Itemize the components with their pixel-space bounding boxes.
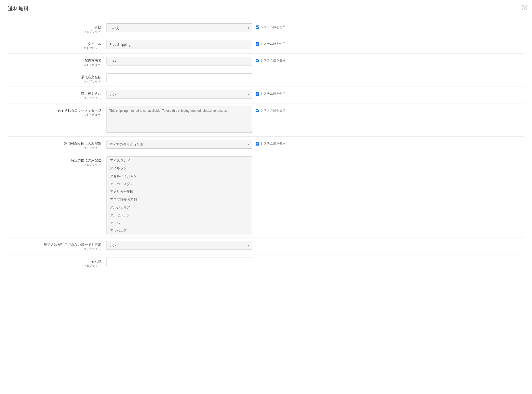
label-sub-min_order: [ウェブサイト] [8,80,101,83]
label-sub-sort_order: [ウェブサイト] [8,264,101,268]
label-cell-title: タイトル[ストアビュー] [8,40,107,50]
input-cell-title [107,40,252,49]
select-include_tax[interactable]: はいいいえ [107,90,252,99]
system-value-wrapper-error_message: システム値を使用 [256,108,285,113]
select-wrapper-show_if_not_available: はいいいえ▼ [107,241,252,250]
input-min_order[interactable] [107,73,252,82]
label-sub-title: [ストアビュー] [8,46,101,50]
system-value-cell-include_tax: システム値を使用 [252,90,299,96]
input-cell-error_message [107,107,252,133]
system-value-checkbox-enabled[interactable] [256,25,259,29]
textarea-error_message[interactable] [107,107,252,133]
select-wrapper-enabled: はいいいえ▼ [107,23,252,32]
system-value-label-enabled: システム値を使用 [261,25,285,29]
system-value-label-include_tax: システム値を使用 [261,91,285,96]
system-value-checkbox-title[interactable] [256,42,259,46]
form-row-error_message: 表示されるエラーメッセージ[ストアビュー]システム値を使用 [8,103,524,136]
label-main-ship_to_specific: 特定の国にのみ配送 [8,158,101,163]
input-cell-ship_to_specific: アイスランドアイルランドアゼルバイジャンアフガニスタンアメリカ合衆国アラブ首長国… [107,156,252,234]
label-cell-enabled: 有効[ウェブサイト] [8,23,107,34]
select-wrapper-include_tax: はいいいえ▼ [107,90,252,99]
system-value-checkbox-ship_to_allowed[interactable] [256,142,259,146]
label-main-sort_order: 表示順 [8,259,101,264]
label-cell-include_tax: 額に税を含む[ウェブサイト] [8,90,107,100]
system-value-label-error_message: システム値を使用 [261,108,285,113]
page-wrapper: 送料無料 ↻ 有効[ウェブサイト]はいいいえ▼システム値を使用タイトル[ストアビ… [0,0,532,276]
label-main-min_order: 最低注文金額 [8,75,101,80]
system-value-label-ship_to_allowed: システム値を使用 [261,141,285,146]
system-value-wrapper-enabled: システム値を使用 [256,25,285,29]
system-value-cell-enabled: システム値を使用 [252,23,299,29]
label-sub-show_if_not_available: [ウェブサイト] [8,247,101,251]
label-cell-ship_to_specific: 特定の国にのみ配送[ウェブサイト] [8,156,107,167]
system-value-wrapper-method_name: システム値を使用 [256,58,285,63]
form-row-enabled: 有効[ウェブサイト]はいいいえ▼システム値を使用 [8,20,524,37]
label-cell-sort_order: 表示順[ウェブサイト] [8,258,107,268]
label-cell-method_name: 配送方法名[ストアビュー] [8,57,107,67]
label-cell-min_order: 最低注文金額[ウェブサイト] [8,73,107,83]
input-method_name[interactable] [107,57,252,65]
select-show_if_not_available[interactable]: はいいいえ [107,241,252,250]
select-ship_to_allowed[interactable]: すべての許可された国特定の国 [107,140,252,149]
input-cell-include_tax: はいいいえ▼ [107,90,252,99]
system-value-cell-ship_to_allowed: システム値を使用 [252,140,299,146]
form-container: 有効[ウェブサイト]はいいいえ▼システム値を使用タイトル[ストアビュー]システム… [8,20,524,271]
label-sub-ship_to_specific: [ウェブサイト] [8,163,101,167]
label-sub-include_tax: [ウェブサイト] [8,96,101,100]
system-value-label-method_name: システム値を使用 [261,58,285,63]
form-row-sort_order: 表示順[ウェブサイト] [8,254,524,271]
input-cell-show_if_not_available: はいいいえ▼ [107,241,252,250]
system-value-cell-show_if_not_available [252,241,299,242]
label-cell-error_message: 表示されるエラーメッセージ[ストアビュー] [8,107,107,117]
system-value-cell-method_name: システム値を使用 [252,57,299,63]
listbox-ship_to_specific[interactable]: アイスランドアイルランドアゼルバイジャンアフガニスタンアメリカ合衆国アラブ首長国… [107,156,252,234]
label-cell-show_if_not_available: 配送方法が利用できない場合でも表示[ウェブサイト] [8,241,107,251]
system-value-wrapper-ship_to_allowed: システム値を使用 [256,141,285,146]
system-value-wrapper-title: システム値を使用 [256,42,285,46]
form-row-show_if_not_available: 配送方法が利用できない場合でも表示[ウェブサイト]はいいいえ▼ [8,238,524,254]
system-value-checkbox-include_tax[interactable] [256,92,259,96]
system-value-cell-min_order [252,73,299,75]
input-cell-method_name [107,57,252,65]
form-row-ship_to_allowed: 利用可能な国にのみ配送[ウェブサイト]すべての許可された国特定の国▼システム値を… [8,136,524,153]
label-cell-ship_to_allowed: 利用可能な国にのみ配送[ウェブサイト] [8,140,107,150]
form-row-ship_to_specific: 特定の国にのみ配送[ウェブサイト]アイスランドアイルランドアゼルバイジャンアフガ… [8,153,524,238]
form-row-title: タイトル[ストアビュー]システム値を使用 [8,37,524,53]
label-main-enabled: 有効 [8,25,101,30]
input-cell-ship_to_allowed: すべての許可された国特定の国▼ [107,140,252,149]
form-row-include_tax: 額に税を含む[ウェブサイト]はいいいえ▼システム値を使用 [8,87,524,103]
system-value-cell-ship_to_specific [252,156,299,158]
label-sub-error_message: [ストアビュー] [8,113,101,117]
form-row-min_order: 最低注文金額[ウェブサイト] [8,70,524,87]
system-value-checkbox-error_message[interactable] [256,109,259,112]
system-value-cell-error_message: システム値を使用 [252,107,299,113]
label-main-show_if_not_available: 配送方法が利用できない場合でも表示 [8,242,101,247]
label-sub-method_name: [ストアビュー] [8,63,101,67]
input-title[interactable] [107,40,252,49]
system-value-wrapper-include_tax: システム値を使用 [256,91,285,96]
label-sub-ship_to_allowed: [ウェブサイト] [8,146,101,150]
input-cell-min_order [107,73,252,82]
system-value-label-title: システム値を使用 [261,42,285,46]
label-main-error_message: 表示されるエラーメッセージ [8,108,101,113]
system-value-cell-sort_order [252,258,299,259]
refresh-icon[interactable]: ↻ [522,5,527,10]
label-main-title: タイトル [8,42,101,46]
form-row-method_name: 配送方法名[ストアビュー]システム値を使用 [8,53,524,70]
label-main-include_tax: 額に税を含む [8,91,101,96]
input-sort_order[interactable] [107,258,252,266]
page-title: 送料無料 [8,5,524,12]
label-main-ship_to_allowed: 利用可能な国にのみ配送 [8,141,101,146]
input-cell-sort_order [107,258,252,266]
select-enabled[interactable]: はいいいえ [107,23,252,32]
system-value-checkbox-method_name[interactable] [256,59,259,62]
label-main-method_name: 配送方法名 [8,58,101,63]
label-sub-enabled: [ウェブサイト] [8,30,101,34]
input-cell-enabled: はいいいえ▼ [107,23,252,32]
select-wrapper-ship_to_allowed: すべての許可された国特定の国▼ [107,140,252,149]
system-value-cell-title: システム値を使用 [252,40,299,46]
